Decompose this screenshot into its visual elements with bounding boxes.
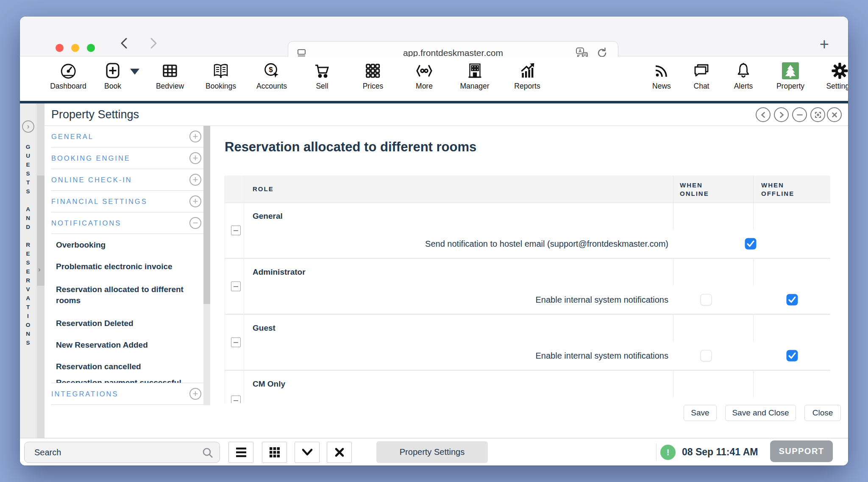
toolbar-item-dashboard[interactable]: Dashboard (50, 61, 86, 91)
open-book-icon (211, 61, 231, 81)
datetime-label: 08 Sep 11:41 AM (682, 438, 758, 465)
open-window-tab[interactable]: Property Settings (376, 441, 488, 463)
app-body: › GUESTS AND RESERVATIONS › Property Set… (20, 103, 848, 438)
collapse-toggle-icon[interactable] (231, 396, 241, 403)
sidebar-item-reservation-allocated[interactable]: Reservation allocated to different rooms (51, 277, 203, 312)
sidebar-item-integrations[interactable]: INTEGRATIONS + (51, 383, 203, 405)
panel-next-icon[interactable] (774, 107, 789, 122)
keypad-icon (363, 61, 383, 81)
plus-icon[interactable]: + (189, 152, 201, 164)
notification-setting-label: Enable internal system notifications (536, 351, 669, 360)
chevron-down-icon[interactable] (130, 69, 139, 75)
support-button[interactable]: SUPPORT (770, 440, 833, 462)
panel-title: Property Settings (51, 108, 139, 121)
grid-view-button[interactable] (262, 442, 287, 463)
table-group-general: General Send notification to hostel emai… (225, 203, 830, 259)
panel-expand-icon[interactable] (810, 107, 825, 122)
toolbar-item-prices[interactable]: Prices (363, 61, 384, 91)
forward-icon[interactable] (146, 36, 160, 50)
gauge-icon (58, 61, 78, 81)
save-button[interactable]: Save (684, 405, 717, 421)
table-group-cm-only: CM Only (225, 371, 830, 397)
sidebar-item-general[interactable]: GENERAL + (51, 126, 203, 148)
zoom-window-button[interactable] (87, 44, 95, 52)
sidebar-item-notifications[interactable]: NOTIFICATIONS − (51, 212, 203, 234)
account-search-icon: $ (262, 61, 281, 81)
cart-icon (312, 61, 332, 81)
column-when-offline: WHEN OFFLINE (761, 181, 802, 198)
close-tab-button[interactable] (327, 442, 352, 463)
toolbar-item-bookings[interactable]: Bookings (206, 61, 236, 91)
checkbox-guest-offline[interactable] (787, 350, 798, 361)
tree-icon (781, 61, 800, 81)
sidebar-item-financial-settings[interactable]: FINANCIAL SETTINGS + (51, 191, 203, 212)
sidebar-item-online-check-in[interactable]: ONLINE CHECK-IN + (51, 169, 203, 191)
close-button[interactable]: Close (804, 405, 841, 421)
table-row: Enable internal system notifications (225, 341, 830, 370)
panel-prev-icon[interactable] (756, 107, 771, 122)
sidebar-item-clipped[interactable]: Reservation payment successful (51, 377, 203, 383)
plus-icon[interactable]: + (189, 174, 201, 186)
checkbox-guest-online[interactable] (701, 350, 712, 361)
toolbar-item-manager[interactable]: Manager (460, 61, 489, 91)
back-icon[interactable] (117, 36, 132, 50)
sidebar-item-reservation-cancelled[interactable]: Reservation cancelled (51, 356, 203, 377)
toolbar-item-reports[interactable]: Reports (514, 61, 540, 91)
code-brackets-icon (415, 61, 434, 81)
plus-icon[interactable]: + (189, 388, 201, 400)
panel-splitter-scrollbar[interactable]: › (37, 103, 45, 438)
checkbox-admin-offline[interactable] (787, 294, 798, 305)
toolbar-item-property[interactable]: Property (776, 61, 804, 91)
status-divider (656, 443, 657, 461)
notifications-table: ROLE WHEN ONLINE WHEN OFFLINE General (225, 176, 830, 403)
sidebar-scroll-thumb[interactable] (203, 126, 210, 304)
role-name: Guest (253, 323, 275, 333)
expand-strip-icon[interactable]: › (22, 120, 34, 133)
bell-icon (734, 61, 753, 81)
panel-minimize-icon[interactable] (792, 107, 807, 122)
plus-icon[interactable]: + (189, 131, 201, 142)
search-placeholder: Search (34, 448, 61, 457)
panel-close-icon[interactable] (827, 107, 842, 122)
sidebar-item-new-reservation-added[interactable]: New Reservation Added (51, 334, 203, 356)
toolbar-item-sell[interactable]: Sell (312, 61, 332, 91)
toolbar-item-accounts[interactable]: $ Accounts (256, 61, 287, 91)
sidebar-item-problematic-invoice[interactable]: Problematic electronic invoice (51, 256, 203, 277)
toolbar-item-news[interactable]: News (652, 61, 671, 91)
new-tab-icon[interactable]: + (820, 37, 829, 51)
save-and-close-button[interactable]: Save and Close (725, 405, 796, 421)
settings-sidebar: GENERAL + BOOKING ENGINE + ONLINE CHECK-… (51, 126, 203, 405)
checkbox-admin-online[interactable] (701, 294, 712, 305)
grid-table-icon (160, 61, 180, 81)
splitter-handle-icon[interactable]: › (38, 265, 41, 274)
role-name: General (253, 212, 283, 221)
toolbar-item-more[interactable]: More (415, 61, 434, 91)
guests-reservations-strip[interactable]: › GUESTS AND RESERVATIONS (20, 103, 36, 438)
chart-icon (517, 61, 537, 81)
status-alert-icon[interactable]: ! (660, 445, 676, 460)
toolbar-item-chat[interactable]: Chat (692, 61, 711, 91)
minimize-window-button[interactable] (71, 44, 79, 52)
sidebar-item-booking-engine[interactable]: BOOKING ENGINE + (51, 148, 203, 169)
checkbox-general-email[interactable] (745, 238, 757, 249)
search-input[interactable]: Search (24, 442, 220, 463)
close-window-button[interactable] (56, 44, 64, 52)
chevron-down-button[interactable] (295, 442, 320, 463)
sidebar-item-overbooking[interactable]: Overbooking (51, 234, 203, 256)
property-settings-panel: Property Settings (45, 103, 848, 438)
search-icon (202, 447, 214, 460)
browser-window: app.frontdeskmaster.com A + (20, 17, 848, 465)
page-title: Reservation allocated to different rooms (225, 139, 476, 155)
menu-list-button[interactable] (228, 442, 253, 463)
sidebar-item-reservation-deleted[interactable]: Reservation Deleted (51, 312, 203, 334)
panel-header: Property Settings (45, 103, 848, 126)
toolbar-item-bedview[interactable]: Bedview (156, 61, 184, 91)
sidebar-scrollbar[interactable] (203, 126, 210, 405)
toolbar-item-alerts[interactable]: Alerts (734, 61, 753, 91)
desktop-wallpaper: app.frontdeskmaster.com A + (0, 0, 868, 482)
toolbar-item-book[interactable]: Book (103, 61, 122, 91)
plus-icon[interactable]: + (189, 195, 201, 207)
toolbar-item-settings[interactable]: Settings (826, 61, 848, 91)
minus-icon[interactable]: − (189, 217, 201, 229)
bottom-bar: Search (20, 438, 848, 465)
